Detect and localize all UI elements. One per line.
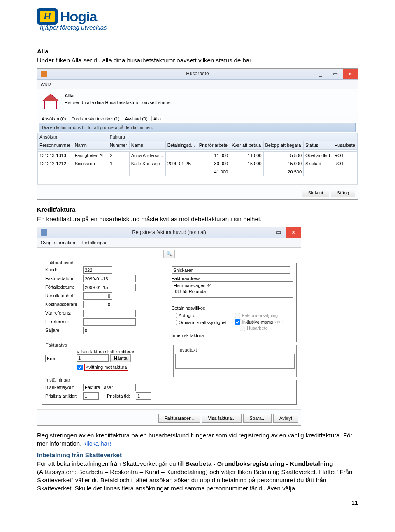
col-faktura-namn[interactable]: Namn (129, 141, 165, 150)
window-title: Husarbete (37, 70, 358, 77)
fakturadatum-label: Fakturadatum: (45, 275, 83, 282)
section-kredit-desc: En kreditfaktura på en husarbetskund mås… (37, 215, 358, 223)
inhemsk-label: Inhemsk faktura (172, 333, 293, 339)
klicka-har-link[interactable]: klicka här! (84, 440, 112, 447)
page-number: 11 (351, 500, 358, 506)
window-title: Registrera faktura huvud (normal) (37, 229, 301, 236)
vilken-input[interactable] (77, 354, 109, 362)
inbet-text-c: (Affärssystem: Bearbeta – Reskontra – Ku… (37, 468, 352, 492)
para-registrering: Registreringen av en kreditfaktura på en… (37, 431, 358, 448)
resultatenhet-input[interactable] (83, 292, 112, 300)
resultatenhet-label: Resultatenhet: (45, 293, 83, 299)
faktureringsavgift-checkbox (240, 319, 245, 324)
saljare-input[interactable] (83, 327, 112, 334)
kostnadsbare-input[interactable] (83, 301, 112, 308)
husarbete-window: Husarbete _ ▭ × Arkiv Alla Här ser du al… (37, 68, 358, 200)
pristid-select[interactable] (136, 392, 151, 400)
saljare-label: Säljare: (45, 327, 83, 333)
col-cat-faktura[interactable]: Faktura (108, 133, 357, 141)
menubar: Övrig information Inställningar (37, 238, 301, 248)
avbryt-button[interactable]: Avbryt (273, 414, 298, 423)
fakturaadress-label: Fakturaadress (172, 275, 293, 282)
varreferens-label: Vår referens: (45, 310, 83, 316)
spara-button[interactable]: Spara... (243, 414, 272, 423)
registrera-window: Registrera faktura huvud (normal) _ ▭ × … (37, 227, 301, 426)
tab-ansokan[interactable]: Ansökan (0) (40, 116, 67, 121)
vilken-label: Vilken faktura skall krediteras (77, 349, 135, 355)
erreferens-label: Er referens: (45, 319, 83, 325)
logo-tagline: -hjälper företag utvecklas (38, 24, 358, 31)
forfallo-label: Förfallodatum: (45, 284, 83, 290)
col-ansokan-namn[interactable]: Namn (73, 141, 108, 150)
tab-alla[interactable]: Alla (151, 116, 163, 121)
inbet-bold: Bearbeta - Grundboksregistrering - Kundb… (185, 460, 333, 467)
skriv-ut-button[interactable]: Skriv ut (302, 189, 330, 197)
kund-input[interactable] (83, 266, 112, 274)
fakturaforsaljning-checkbox (235, 313, 240, 318)
visa-faktura-button[interactable]: Visa faktura... (202, 414, 242, 423)
section-kredit-title: Kreditfaktura (37, 206, 358, 214)
col-cat-ansokan[interactable]: Ansökan (38, 133, 108, 141)
inbet-text-a: För att boka inbetalningen från Skatteve… (37, 460, 185, 467)
house-icon (42, 93, 60, 111)
tabs-row: Ansökan (0) Fordran skatteverket (1) Avv… (37, 114, 358, 122)
erreferens-input[interactable] (83, 318, 136, 326)
kund-label: Kund: (45, 267, 83, 273)
fakturahuvud-group: Fakturahuvud Kund: Fakturadatum: Förfall… (42, 263, 297, 342)
search-icon[interactable]: 🔍 (163, 250, 175, 258)
husarbete-grid: Ansökan Faktura Personnummer Namn Nummer… (37, 133, 358, 184)
huvudtext-textarea[interactable] (175, 354, 295, 369)
kund-name-input[interactable] (172, 266, 290, 274)
svg-marker-1 (43, 94, 58, 101)
tab-avvisad[interactable]: Avvisad (0) (123, 116, 149, 121)
logo-block: H Hogia -hjälper företag utvecklas (37, 8, 358, 31)
section-alla-title: Alla (37, 47, 358, 56)
huvudtext-group: Huvudtext (173, 345, 297, 378)
col-nummer[interactable]: Nummer (108, 141, 129, 150)
tab-fordran[interactable]: Fordran skatteverket (1) (70, 116, 121, 121)
husarbete-checkbox (240, 326, 245, 331)
fakturatyp-select[interactable] (45, 355, 72, 362)
forfallo-input[interactable] (83, 284, 136, 291)
group-legend: Inställningar (44, 377, 71, 383)
table-totals: 41 000 20 500 (38, 168, 358, 176)
inklusive-moms-checkbox[interactable] (235, 319, 240, 325)
col-husarbete[interactable]: Husarbete (332, 141, 358, 150)
group-by-bar[interactable]: Dra en kolumnrubrik hit för att gruppera… (39, 123, 356, 132)
hamta-button[interactable]: Hämta (110, 354, 131, 362)
betalningsvillkor-label: Betalningsvillkor: (172, 305, 293, 311)
section-inbetalning-title: Inbetalning från Skatteverket (37, 451, 122, 458)
menu-installningar[interactable]: Inställningar (82, 240, 107, 245)
area-title: Alla (65, 93, 172, 99)
col-status[interactable]: Status (304, 141, 332, 150)
table-row[interactable]: 131313-1313 Fastigheten AB 2 Anna Anders… (38, 152, 358, 160)
blankett-select[interactable] (83, 384, 136, 391)
col-belopp[interactable]: Belopp att begära (263, 141, 304, 150)
group-legend: Huvudtext (175, 347, 295, 353)
col-pris[interactable]: Pris för arbete (197, 141, 230, 150)
autogiro-checkbox[interactable] (172, 313, 177, 318)
fakturaadress-box[interactable]: Hammarsvägen 44 333 55 Rotunda (172, 281, 293, 298)
group-legend: Fakturahuvud (44, 260, 74, 266)
area-subtitle: Här ser du alla dina Husarbetsfakturor o… (65, 99, 172, 106)
menu-ovrig-information[interactable]: Övrig information (41, 240, 75, 245)
menu-arkiv[interactable]: Arkiv (41, 82, 51, 87)
fakturarader-button[interactable]: Fakturarader... (158, 414, 200, 423)
stang-button[interactable]: Stäng (331, 189, 355, 197)
col-kvar[interactable]: Kvar att betala (230, 141, 263, 150)
table-row[interactable]: 121212-1212 Snickaren 1 Kalle Karlsson 2… (38, 160, 358, 168)
prisartiklar-select[interactable] (83, 392, 99, 400)
pristid-label: Prislista tid: (107, 393, 136, 399)
varreferens-input[interactable] (83, 310, 136, 317)
col-betalningsd[interactable]: Betalningsd... (165, 141, 197, 150)
fakturatyp-group: Fakturatyp Vilken faktura skall krediter… (42, 345, 168, 375)
col-personnummer[interactable]: Personnummer (38, 141, 73, 150)
section-alla-desc: Under fliken Alla ser du alla dina husar… (37, 56, 358, 65)
logo-mark: H (37, 8, 58, 25)
kvittning-checkbox[interactable] (77, 365, 83, 370)
installningar-group: Inställningar Blankettlayout: Prislista … (42, 380, 297, 405)
menubar: Arkiv (37, 80, 358, 90)
fakturadatum-input[interactable] (83, 275, 136, 282)
kostnadsbare-label: Kostnadsbärare (45, 301, 83, 308)
logo-text: Hogia (60, 9, 97, 25)
